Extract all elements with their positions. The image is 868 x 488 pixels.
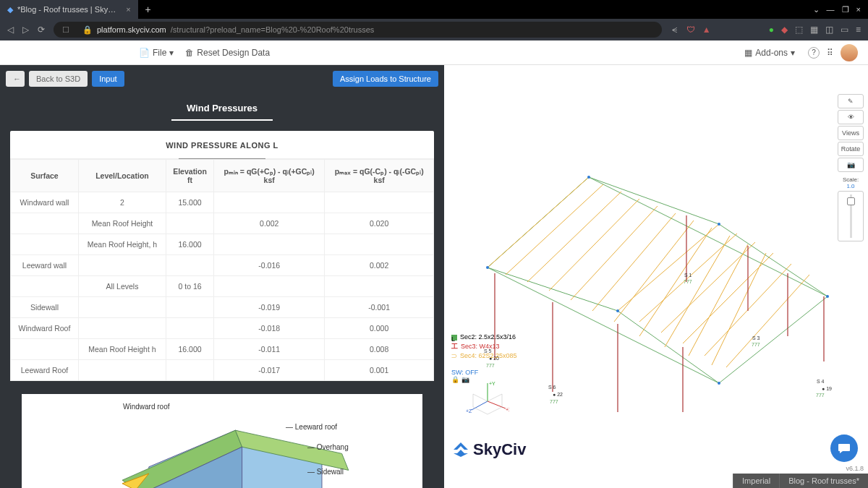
svg-text:● 22: ● 22 bbox=[553, 392, 563, 397]
reset-design-button[interactable]: 🗑 Reset Design Data bbox=[179, 45, 276, 61]
rotate-button[interactable]: Rotate bbox=[838, 142, 864, 156]
eye-icon[interactable]: 👁 bbox=[838, 110, 864, 124]
axis-widget[interactable]: +X +Y +Z bbox=[466, 380, 509, 423]
ext-icon-4[interactable]: ▦ bbox=[810, 25, 818, 35]
close-icon[interactable]: × bbox=[126, 5, 130, 14]
3d-viewport[interactable]: S 5● 20777 S 6● 22777 S 7● 24777 S 8● 26… bbox=[444, 65, 832, 466]
camera-icon[interactable]: 📷 bbox=[838, 158, 864, 172]
grid-icon: ▦ bbox=[744, 48, 752, 58]
close-window-icon[interactable]: × bbox=[856, 5, 861, 14]
svg-text:777: 777 bbox=[486, 363, 495, 368]
skyciv-logo: SkyCiv bbox=[451, 440, 526, 459]
status-footer: Imperial Blog - Roof trusses* bbox=[733, 474, 868, 488]
file-menu[interactable]: 📄 File ▾ bbox=[133, 45, 179, 61]
input-tab[interactable]: Input bbox=[92, 71, 124, 87]
tab-favicon: ◆ bbox=[7, 5, 13, 14]
table-row: All Levels0 to 16 bbox=[11, 276, 434, 297]
file-icon: 📄 bbox=[139, 48, 150, 58]
apps-icon[interactable]: ⠿ bbox=[827, 48, 833, 58]
th-pmin: pₘᵢₙ = qG(+Cₚ) - qᵢ(+GCₚᵢ)ksf bbox=[214, 160, 325, 192]
svg-point-17 bbox=[616, 309, 619, 312]
svg-text:777: 777 bbox=[550, 399, 558, 404]
nav-back-icon[interactable]: ◁ bbox=[7, 25, 14, 35]
ext-icon-1[interactable]: ● bbox=[769, 25, 774, 35]
svg-text:+Y: +Y bbox=[489, 381, 495, 386]
table-row: Mean Roof Height0.0020.020 bbox=[11, 213, 434, 234]
back-to-s3d-button[interactable]: Back to S3D bbox=[29, 71, 88, 87]
pressure-card: WIND PRESSURE ALONG L Surface Level/Loca… bbox=[10, 131, 434, 381]
menu-icon[interactable]: ≡ bbox=[856, 25, 861, 35]
url-host: platform.skyciv.com bbox=[97, 25, 166, 34]
views-button[interactable]: Views bbox=[838, 126, 864, 140]
svg-line-38 bbox=[488, 401, 506, 408]
project-name: Blog - Roof trusses* bbox=[779, 474, 868, 488]
svg-text:+X: +X bbox=[506, 407, 509, 412]
table-row: Leeward Roof-0.0170.001 bbox=[11, 360, 434, 381]
svg-text:● 19: ● 19 bbox=[822, 386, 832, 391]
svg-text:777: 777 bbox=[752, 342, 760, 347]
svg-point-13 bbox=[486, 266, 489, 269]
maximize-icon[interactable]: ❐ bbox=[842, 5, 849, 14]
nav-forward-icon[interactable]: ▷ bbox=[22, 25, 29, 35]
ext-icon-3[interactable]: ⬚ bbox=[795, 25, 803, 35]
label-windward-roof: Windward roof bbox=[123, 403, 169, 411]
address-bar[interactable]: ☐ 🔒 platform.skyciv.com/structural?prelo… bbox=[54, 22, 662, 38]
url-bar: ◁ ▷ ⟳ ☐ 🔒 platform.skyciv.com/structural… bbox=[0, 19, 868, 40]
pressure-title: WIND PRESSURE ALONG L bbox=[10, 141, 434, 159]
house-diagram: Windward roof — Leeward roof — Overhang … bbox=[22, 394, 422, 488]
svg-point-18 bbox=[718, 382, 720, 385]
label-sidewall: — Sidewall bbox=[307, 468, 344, 476]
new-tab-button[interactable]: + bbox=[138, 1, 158, 18]
svg-text:777: 777 bbox=[684, 279, 692, 284]
table-row: Windward wall215.000 bbox=[11, 192, 434, 213]
reload-icon[interactable]: ⟳ bbox=[38, 25, 45, 35]
left-panel: ← Back to S3D Input Assign Loads to Stru… bbox=[0, 65, 444, 488]
help-icon[interactable]: ? bbox=[808, 47, 820, 59]
svg-text:+Z: +Z bbox=[466, 408, 472, 414]
wind-pressures-tab[interactable]: Wind Pressures bbox=[171, 93, 273, 121]
scale-slider[interactable] bbox=[838, 191, 864, 241]
th-elev: Elevationft bbox=[166, 160, 213, 192]
chevron-down-icon: ▾ bbox=[791, 48, 795, 58]
svg-text:777: 777 bbox=[816, 393, 825, 398]
svg-point-15 bbox=[718, 223, 720, 226]
ext-icon-6[interactable]: ▭ bbox=[841, 25, 848, 35]
svg-text:S 4: S 4 bbox=[817, 379, 825, 384]
svg-text:S 3: S 3 bbox=[752, 335, 760, 341]
svg-text:S 6: S 6 bbox=[548, 385, 556, 390]
minimize-icon[interactable]: — bbox=[827, 5, 835, 14]
share-icon[interactable]: ⪪ bbox=[671, 25, 679, 35]
brave-icon[interactable]: ▲ bbox=[702, 25, 711, 35]
units-toggle[interactable]: Imperial bbox=[733, 474, 779, 488]
trash-icon: 🗑 bbox=[185, 48, 194, 58]
viewport-tools: ✎ 👁 Views Rotate 📷 Scale:1.0 bbox=[838, 94, 864, 241]
svg-text:S 1: S 1 bbox=[684, 273, 692, 278]
window-controls: ⌄ — ❐ × bbox=[813, 5, 868, 14]
svg-point-16 bbox=[826, 295, 829, 298]
chevron-down-icon[interactable]: ⌄ bbox=[813, 5, 820, 14]
browser-titlebar: ◆ *Blog - Roof trusses | Sky… × + ⌄ — ❐ … bbox=[0, 0, 868, 19]
th-level: Level/Location bbox=[78, 160, 166, 192]
assign-loads-button[interactable]: Assign Loads to Structure bbox=[333, 71, 438, 87]
ext-icon-2[interactable]: ◆ bbox=[781, 25, 788, 35]
svg-line-42 bbox=[472, 401, 488, 410]
lock-icon: 🔒 bbox=[451, 376, 459, 383]
viewport-panel: S 5● 20777 S 6● 22777 S 7● 24777 S 8● 26… bbox=[444, 65, 868, 488]
pencil-icon[interactable]: ✎ bbox=[838, 94, 864, 108]
chat-button[interactable] bbox=[830, 435, 858, 462]
bookmark-icon[interactable]: ☐ bbox=[62, 25, 69, 35]
app-toolbar: 📄 File ▾ 🗑 Reset Design Data ▦ Add-ons ▾… bbox=[0, 40, 868, 65]
table-row: Windward Roof-0.0180.000 bbox=[11, 318, 434, 339]
browser-tab[interactable]: ◆ *Blog - Roof trusses | Sky… × bbox=[0, 0, 138, 19]
addons-menu[interactable]: ▦ Add-ons ▾ bbox=[739, 45, 801, 61]
pressure-table: Surface Level/Location Elevationft pₘᵢₙ … bbox=[10, 159, 434, 381]
table-row: Mean Roof Height h16.000-0.0110.008 bbox=[11, 339, 434, 360]
table-row: Leeward wall-0.0160.002 bbox=[11, 255, 434, 276]
label-overhang: — Overhang bbox=[307, 443, 349, 451]
back-button[interactable]: ← bbox=[6, 71, 25, 87]
avatar[interactable] bbox=[841, 44, 858, 61]
section-legend: LSec2: 2.5x2.5x3/16 工Sec3: W4x13 ⸧Sec4: … bbox=[451, 333, 517, 361]
ext-icon-5[interactable]: ◫ bbox=[825, 25, 833, 35]
shield-icon[interactable]: 🛡 bbox=[686, 25, 695, 35]
tab-title: *Blog - Roof trusses | Sky… bbox=[17, 5, 116, 14]
